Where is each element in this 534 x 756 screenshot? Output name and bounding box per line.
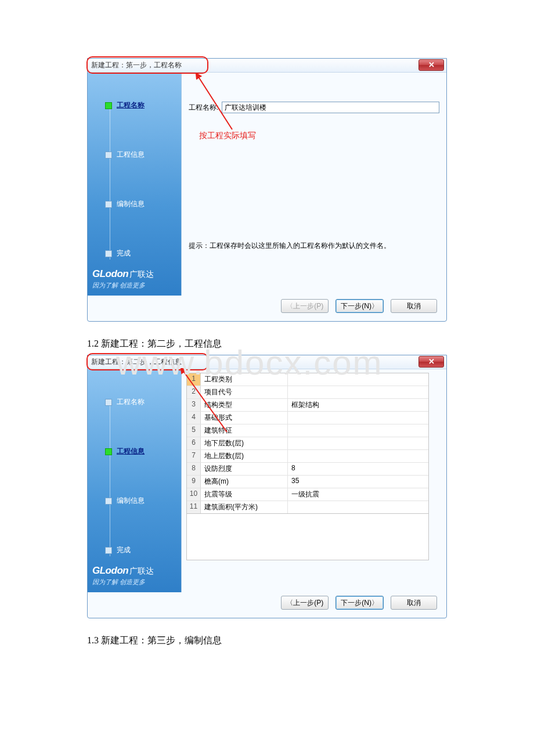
grid-row[interactable]: 11建筑面积(平方米) — [187, 501, 428, 513]
next-button[interactable]: 下一步(N)〉 — [335, 596, 384, 610]
brand-cn: 广联达 — [129, 269, 154, 279]
sidebar-step-finish[interactable]: 完成 — [88, 246, 181, 261]
grid-row[interactable]: 4基础形式 — [187, 412, 428, 424]
sidebar-connector-line — [110, 404, 110, 556]
grid-key: 结构类型 — [201, 399, 288, 411]
content-pane: 工程名称: 按工程实际填写 提示：工程保存时会以这里所输入的工程名称作为默认的文… — [182, 73, 446, 296]
grid-key: 项目代号 — [201, 386, 288, 398]
grid-row[interactable]: 3结构类型框架结构 — [187, 399, 428, 412]
sidebar-step-finish[interactable]: 完成 — [88, 543, 181, 557]
grid-value[interactable]: 8 — [288, 463, 428, 475]
grid-key: 建筑特征 — [201, 424, 288, 437]
step-indicator-icon — [105, 152, 112, 159]
prev-button[interactable]: 〈上一步(P) — [281, 596, 329, 610]
grid-value[interactable] — [288, 373, 428, 386]
section-heading-1-3: 1.3 新建工程：第三步，编制信息 — [87, 635, 447, 647]
step-label: 工程信息 — [117, 447, 145, 456]
grid-row[interactable]: 1工程类别 — [187, 373, 428, 386]
wizard-dialog-step1: 新建工程：第一步，工程名称 ✕ 工程名称 工程信息 编制信息 完成 GLodo — [87, 58, 447, 322]
sidebar-step-project-info[interactable]: 工程信息 — [88, 147, 181, 162]
grid-value[interactable] — [288, 386, 428, 398]
grid-key: 设防烈度 — [201, 463, 288, 475]
cancel-button[interactable]: 取消 — [391, 299, 437, 313]
sidebar-connector-line — [110, 107, 110, 260]
grid-row-number: 8 — [187, 463, 201, 475]
cancel-button[interactable]: 取消 — [391, 596, 437, 610]
grid-value[interactable]: 框架结构 — [288, 399, 428, 411]
wizard-sidebar: 工程名称 工程信息 编制信息 完成 GLodon广联达 因为了解 创造更多 — [88, 73, 182, 296]
grid-row-number: 1 — [187, 373, 201, 386]
grid-row-number: 3 — [187, 399, 201, 411]
grid-row-number: 7 — [187, 450, 201, 462]
grid-value[interactable]: 35 — [288, 476, 428, 488]
section-heading-1-2: 1.2 新建工程：第二步，工程信息 — [87, 338, 447, 350]
grid-row[interactable]: 10抗震等级一级抗震 — [187, 488, 428, 501]
step-indicator-icon — [105, 448, 112, 455]
step-indicator-icon — [105, 399, 112, 406]
sidebar-step-project-name[interactable]: 工程名称 — [88, 98, 181, 113]
step-label: 编制信息 — [117, 496, 145, 506]
sidebar-step-project-info[interactable]: 工程信息 — [88, 444, 181, 459]
project-name-label: 工程名称: — [189, 103, 218, 113]
grid-value[interactable] — [288, 424, 428, 437]
grid-row-number: 9 — [187, 476, 201, 488]
wizard-dialog-step2: 新建工程：第二步，工程信息 ✕ 工程名称 工程信息 编制信息 完成 GLodo — [87, 355, 447, 618]
grid-value[interactable] — [288, 437, 428, 449]
grid-row[interactable]: 7地上层数(层) — [187, 450, 428, 463]
project-info-grid[interactable]: 1工程类别2项目代号3结构类型框架结构4基础形式5建筑特征6地下层数(层)7地上… — [186, 373, 429, 514]
dialog-title: 新建工程：第二步，工程信息 — [91, 357, 182, 367]
step-label: 完成 — [117, 249, 131, 258]
close-button[interactable]: ✕ — [418, 59, 444, 71]
brand-tagline: 因为了解 创造更多 — [92, 281, 176, 290]
close-button[interactable]: ✕ — [418, 356, 444, 368]
step-label: 工程名称 — [117, 397, 145, 407]
step-label: 完成 — [117, 545, 131, 555]
button-row: 〈上一步(P) 下一步(N)〉 取消 — [88, 592, 446, 610]
annotation-text: 按工程实际填写 — [199, 131, 256, 141]
grid-row-number: 5 — [187, 424, 201, 437]
grid-key: 工程类别 — [201, 373, 288, 386]
grid-key: 檐高(m) — [201, 476, 288, 488]
grid-row-number: 6 — [187, 437, 201, 449]
step-indicator-icon — [105, 102, 112, 109]
grid-value[interactable] — [288, 450, 428, 462]
grid-row-number: 2 — [187, 386, 201, 398]
next-button[interactable]: 下一步(N)〉 — [335, 299, 384, 313]
grid-key: 建筑面积(平方米) — [201, 501, 288, 513]
grid-row[interactable]: 6地下层数(层) — [187, 437, 428, 450]
tip-text: 提示：工程保存时会以这里所输入的工程名称作为默认的文件名。 — [189, 241, 439, 251]
grid-row-number: 10 — [187, 488, 201, 501]
grid-value[interactable] — [288, 412, 428, 424]
grid-key: 地上层数(层) — [201, 450, 288, 462]
brand-logo: GLodon — [92, 268, 128, 279]
wizard-sidebar: 工程名称 工程信息 编制信息 完成 GLodon广联达 因为了解 创造更多 — [88, 369, 182, 592]
brand-cn: 广联达 — [129, 566, 154, 575]
brand-block: GLodon广联达 因为了解 创造更多 — [92, 565, 176, 586]
grid-key: 基础形式 — [201, 412, 288, 424]
sidebar-step-edit-info[interactable]: 编制信息 — [88, 197, 181, 211]
grid-key: 抗震等级 — [201, 488, 288, 501]
dialog-title: 新建工程：第一步，工程名称 — [91, 60, 182, 70]
grid-value[interactable] — [288, 501, 428, 513]
grid-row-number: 4 — [187, 412, 201, 424]
prev-button: 〈上一步(P) — [281, 299, 329, 313]
grid-row[interactable]: 2项目代号 — [187, 386, 428, 399]
grid-row[interactable]: 9檐高(m)35 — [187, 476, 428, 488]
step-indicator-icon — [105, 547, 112, 554]
grid-row[interactable]: 8设防烈度8 — [187, 463, 428, 476]
sidebar-step-project-name[interactable]: 工程名称 — [88, 395, 181, 409]
step-label: 工程信息 — [117, 150, 145, 160]
brand-logo: GLodon — [92, 565, 128, 576]
grid-row-number: 11 — [187, 501, 201, 513]
titlebar: 新建工程：第一步，工程名称 ✕ — [88, 59, 446, 73]
button-row: 〈上一步(P) 下一步(N)〉 取消 — [88, 296, 446, 313]
grid-blank-area — [186, 514, 429, 560]
step-label: 工程名称 — [117, 100, 145, 110]
sidebar-step-edit-info[interactable]: 编制信息 — [88, 494, 181, 508]
grid-row[interactable]: 5建筑特征 — [187, 424, 428, 437]
project-name-input[interactable] — [222, 102, 439, 113]
step-label: 编制信息 — [117, 199, 145, 209]
grid-value[interactable]: 一级抗震 — [288, 488, 428, 501]
brand-block: GLodon广联达 因为了解 创造更多 — [92, 268, 176, 290]
step-indicator-icon — [105, 498, 112, 505]
